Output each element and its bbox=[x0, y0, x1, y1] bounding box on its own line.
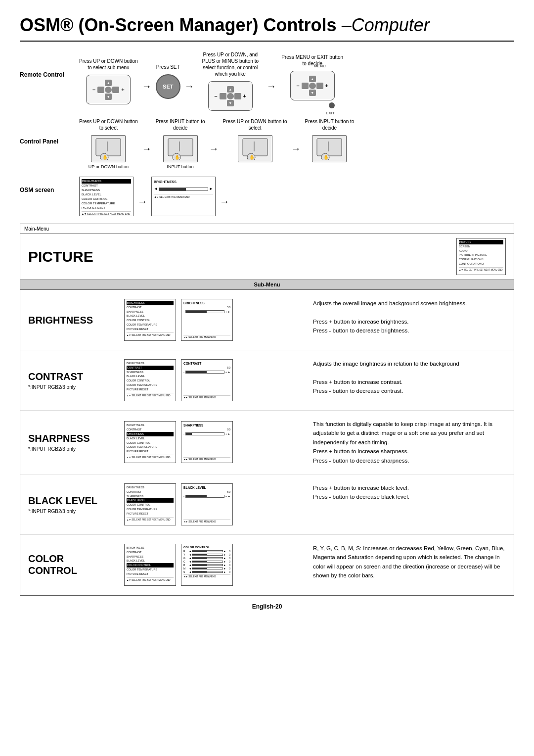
osm-steps: BRIGHTNESS CONTRAST SHARPNESS BLACK LEVE… bbox=[79, 177, 514, 216]
panel-arrow-1: → bbox=[142, 143, 152, 154]
panel-step-2: Press INPUT button todecide ✋ INPUT butt… bbox=[156, 118, 205, 169]
contrast-row: CONTRAST *:INPUT RGB2/3 only BRIGHTNESS … bbox=[20, 350, 514, 411]
exit-button-dot bbox=[329, 102, 335, 108]
osm-step-1: BRIGHTNESS CONTRAST SHARPNESS BLACK LEVE… bbox=[79, 177, 134, 216]
color-control-desc: R, Y, G, C, B, M, S: Increases or decrea… bbox=[307, 540, 514, 590]
color-control-osm-mini: BRIGHTNESS CONTRAST SHARPNESS BLACK LEVE… bbox=[124, 544, 176, 586]
panel-step-1: Press UP or DOWN buttonto select ✋ UP or… bbox=[79, 118, 138, 169]
arrow-2: → bbox=[184, 81, 194, 92]
remote-step-4: Press MENU or EXIT button to decide MENU… bbox=[280, 54, 345, 108]
remote-control-diagram-4: – ▲ ▼ + bbox=[290, 71, 335, 100]
picture-row: PICTURE PICTURE SCREEN AUDIO PICTURE IN … bbox=[20, 234, 514, 280]
arrow-1: → bbox=[142, 81, 152, 92]
picture-title: PICTURE bbox=[28, 248, 137, 265]
sharpness-row: SHARPNESS *:INPUT RGB2/3 only BRIGHTNESS… bbox=[20, 411, 514, 474]
brightness-ctrl-screen: BRIGHTNESS 50 - + ► ◄► SEL EXIT PRE MENU… bbox=[181, 299, 233, 341]
panel-diagram-4: ✋ bbox=[312, 135, 347, 162]
remote-control-diagram-1: – ▲ ▼ + bbox=[86, 75, 131, 104]
svg-rect-4 bbox=[168, 139, 193, 156]
black-level-ctrl-screen: BLACK LEVEL 50 - + ► ◄► SEL EXIT PRE MEN… bbox=[181, 483, 233, 525]
panel-step-4: Press INPUT button todecide ✋ bbox=[305, 118, 354, 169]
control-panel-steps: Press UP or DOWN buttonto select ✋ UP or… bbox=[79, 118, 514, 169]
remote-step-3: Press UP or DOWN, and PLUS or MINUS butt… bbox=[198, 51, 263, 111]
remote-control-label: Remote Control bbox=[20, 51, 79, 78]
contrast-osm-mini: BRIGHTNESS CONTRAST SHARPNESS BLACK LEVE… bbox=[124, 359, 176, 401]
svg-rect-0 bbox=[96, 139, 121, 156]
picture-mini-screen: PICTURE SCREEN AUDIO PICTURE IN PICTURE … bbox=[456, 238, 506, 275]
contrast-ctrl-screen: CONTRAST 50 - + ► ◄► SEL EXIT PRE MENU E… bbox=[181, 359, 233, 401]
remote-step-2: Press SET SET bbox=[156, 64, 180, 99]
osm-step-2: BRIGHTNESS ◄ ► ◄► SEL EXIT PRE MENU END bbox=[151, 177, 216, 216]
svg-text:✋: ✋ bbox=[102, 154, 108, 160]
main-table: Main-Menu PICTURE PICTURE SCREEN AUDIO P… bbox=[20, 224, 514, 596]
set-button-diagram: SET bbox=[156, 74, 180, 99]
remote-control-section: Remote Control Press UP or DOWN buttonto… bbox=[20, 51, 514, 111]
svg-text:✋: ✋ bbox=[249, 154, 255, 160]
main-menu-label: Main-Menu bbox=[24, 226, 49, 232]
black-level-row: BLACK LEVEL *:INPUT RGB2/3 only BRIGHTNE… bbox=[20, 474, 514, 535]
brightness-osm-mini: BRIGHTNESS CONTRAST SHARPNESS BLACK LEVE… bbox=[124, 299, 176, 341]
panel-diagram-1: ✋ bbox=[91, 135, 126, 162]
arrow-3: → bbox=[267, 81, 276, 92]
brightness-row: BRIGHTNESS BRIGHTNESS CONTRAST SHARPNESS… bbox=[20, 290, 514, 350]
panel-arrow-3: → bbox=[291, 143, 301, 154]
color-control-ctrl-screen: COLOR CONTROL R ◄ ► 0 Y ◄ ► 0 G ◄ bbox=[181, 544, 233, 586]
osm-arrow-1: → bbox=[137, 196, 147, 207]
brightness-desc: Adjusts the overall image and background… bbox=[307, 295, 514, 345]
svg-rect-12 bbox=[317, 139, 342, 156]
control-panel-section: Control Panel Press UP or DOWN buttonto … bbox=[20, 118, 514, 169]
osm-screen-label: OSM screen bbox=[20, 177, 79, 193]
page-title: OSM® (On-Screen Manager) Controls –Compu… bbox=[20, 15, 514, 42]
osm-arrow-2: → bbox=[220, 196, 229, 207]
contrast-desc: Adjusts the image brightness in relation… bbox=[307, 355, 514, 405]
panel-arrow-2: → bbox=[209, 143, 219, 154]
color-control-title: COLOR CONTROL bbox=[28, 553, 111, 576]
sharpness-ctrl-screen: SHARPNESS 00 - + ► ◄► SEL EXIT PRE MENU … bbox=[181, 421, 233, 463]
sharpness-osm-mini: BRIGHTNESS CONTRAST SHARPNESS BLACK LEVE… bbox=[124, 421, 176, 463]
osm-screen-section: OSM screen BRIGHTNESS CONTRAST SHARPNESS… bbox=[20, 177, 514, 216]
main-menu-header: Main-Menu bbox=[20, 224, 514, 234]
svg-text:✋: ✋ bbox=[323, 154, 329, 160]
sub-menu-header: Sub-Menu bbox=[20, 280, 514, 290]
panel-diagram-3: ✋ bbox=[238, 135, 272, 162]
black-level-desc: Press + button to increase black level. … bbox=[307, 479, 514, 529]
control-panel-label: Control Panel bbox=[20, 118, 79, 145]
svg-rect-8 bbox=[243, 139, 267, 156]
page-footer: English-20 bbox=[20, 603, 514, 610]
osm-screen-1: BRIGHTNESS CONTRAST SHARPNESS BLACK LEVE… bbox=[79, 177, 134, 216]
remote-steps: Press UP or DOWN buttonto select sub-men… bbox=[79, 51, 514, 111]
panel-diagram-2: ✋ bbox=[163, 135, 198, 162]
color-control-row: COLOR CONTROL BRIGHTNESS CONTRAST SHARPN… bbox=[20, 535, 514, 595]
sharpness-desc: This function is digitally capable to ke… bbox=[307, 416, 514, 469]
osm-screen-2: BRIGHTNESS ◄ ► ◄► SEL EXIT PRE MENU END bbox=[151, 177, 216, 216]
black-level-osm-mini: BRIGHTNESS CONTRAST SHARPNESS BLACK LEVE… bbox=[124, 483, 176, 525]
remote-control-diagram-3: – ▲ ▼ + bbox=[208, 81, 253, 111]
panel-step-3: Press UP or DOWN button toselect ✋ bbox=[223, 118, 287, 169]
svg-text:✋: ✋ bbox=[175, 154, 180, 160]
remote-step-1: Press UP or DOWN buttonto select sub-men… bbox=[79, 58, 138, 104]
